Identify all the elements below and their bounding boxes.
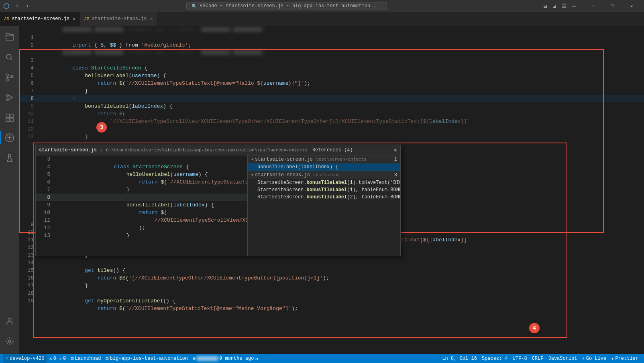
ref-highlight-steps-1: bonusTileLabel xyxy=(306,187,347,193)
ref-section-steps: ▾ startseite-steps.js test\steps 3 Start… xyxy=(248,171,400,201)
position-text: Ln 8, Col 16 xyxy=(442,356,477,361)
statusbar-encoding[interactable]: UTF-8 xyxy=(510,354,530,363)
statusbar-golive[interactable]: ⚡ Go Live xyxy=(580,354,609,363)
sidebar-item-run[interactable] xyxy=(0,88,19,107)
sidebar-item-source-control[interactable] xyxy=(0,68,19,87)
blame-text-2: ██████████ ██████████, 6 months ago | 1 … xyxy=(41,49,265,57)
line-number-18: 18 xyxy=(19,290,39,297)
tab-startseite-screen[interactable]: JS startseite-screen.js ✕ xyxy=(0,12,80,26)
statusbar: ⑂ develop-v420 ✕ 0 ⚠ 0 ⊞ Launchpad ⊡ big… xyxy=(0,354,644,363)
spaces-text: Spaces: 4 xyxy=(482,356,508,361)
code-line-11: 11 ); xyxy=(19,118,644,125)
ref-separator: | xyxy=(100,147,103,153)
tab-close-icon[interactable]: ✕ xyxy=(73,16,75,22)
vscode-logo-icon: ⬡ xyxy=(3,2,10,10)
search-box[interactable]: 🔍 VSCode ~ startseite-screen.js ~ big-ap… xyxy=(186,2,387,10)
ref-section-screen: ▾ startseite-screen.js test\screen-objec… xyxy=(248,155,400,171)
inner-line-content-12: } xyxy=(56,224,247,232)
line-content-6: } xyxy=(39,80,644,87)
chevron-down-icon: ▾ xyxy=(251,157,253,162)
statusbar-language[interactable]: JavaScript xyxy=(546,354,579,363)
ref-item-steps-0[interactable]: StartseiteScreen.bonusTileLabel(1).toHav… xyxy=(248,179,400,186)
tab-startseite-steps[interactable]: JS startseite-steps.js ✕ xyxy=(80,12,157,26)
inner-line-9: 9 return $( xyxy=(36,201,247,209)
line-content-5: return $(`//XCUIElementTypeStaticText[@n… xyxy=(39,72,644,80)
code-line-2: 2 xyxy=(19,41,644,49)
split-icon[interactable]: ⊡ xyxy=(551,2,557,10)
launchpad-icon: ⊞ xyxy=(71,356,73,362)
line-content-8: bonusTileLabel(labelIndex) { xyxy=(39,95,644,102)
ref-section-screen-header[interactable]: ▾ startseite-screen.js test\screen-objec… xyxy=(248,155,400,163)
sidebar-item-extensions[interactable] xyxy=(0,108,19,127)
close-button[interactable]: ✕ xyxy=(622,0,641,12)
inner-line-4: 4 helloUserLabel(username) { xyxy=(36,163,247,171)
line-number-10: 10 xyxy=(19,110,39,118)
line-content-2 xyxy=(39,41,644,49)
statusbar-project[interactable]: ⊡ big-app-ios-test-automation xyxy=(103,354,190,363)
line-content-17 xyxy=(39,282,644,290)
ref-file-name: startseite-screen.js xyxy=(39,147,97,153)
line-number-2: 2 xyxy=(19,41,39,49)
line-number-14: 14 xyxy=(19,259,39,267)
ref-title-suffix: References (4) xyxy=(312,147,353,153)
tab-js-icon-2: JS xyxy=(84,16,89,21)
git-branch-icon: ⑂ xyxy=(6,356,8,361)
code-line-7: 7 ⚡ xyxy=(19,87,644,95)
svg-point-11 xyxy=(8,340,11,343)
inner-line-10: 10 `//XCUIElementTypeScrollView/XCUIElem… xyxy=(36,209,247,216)
code-line-13: 13 xyxy=(19,133,644,141)
line-content-1: import { $, $$ } from '@wdio/globals'; xyxy=(39,34,644,41)
line-content-10: `//XCUIElementTypeScrollView/XCUIElement… xyxy=(39,110,644,118)
tab-close-icon-2[interactable]: ✕ xyxy=(150,16,153,22)
inner-line-content-11: ); xyxy=(56,216,247,224)
forward-button[interactable]: › xyxy=(23,2,32,10)
line-content-9: return $( xyxy=(39,102,644,110)
statusbar-position[interactable]: Ln 8, Col 16 xyxy=(440,354,479,363)
ref-item-steps-1[interactable]: StartseiteScreen.bonusTileLabel(1), tabl… xyxy=(248,186,400,194)
inner-line-num-13: 13 xyxy=(36,232,56,239)
warning-count: 0 xyxy=(63,356,66,361)
sidebar-item-settings[interactable] xyxy=(0,332,19,351)
code-line-1: 1 import { $, $$ } from '@wdio/globals'; xyxy=(19,34,644,41)
ref-item-screen-0[interactable]: bonusTileLabel(labelIndex) { xyxy=(248,163,400,171)
svg-rect-7 xyxy=(10,114,13,117)
sidebar-item-explorer[interactable] xyxy=(0,28,19,47)
sidebar-item-account[interactable] xyxy=(0,312,19,331)
launchpad-label: Launchpad xyxy=(75,356,101,361)
inner-line-13: 13 xyxy=(36,232,247,239)
statusbar-git-info[interactable]: ⊛ ████████ 9 months ago ↻ xyxy=(190,354,261,363)
ref-file-path: C:\Store\Repositories\GitLab\big-app-ios… xyxy=(106,148,308,153)
statusbar-line-ending[interactable]: CRLF xyxy=(530,354,546,363)
minimize-button[interactable]: ─ xyxy=(584,0,602,12)
ref-item-steps-2[interactable]: StartseiteScreen.bonusTileLabel(2), tabl… xyxy=(248,194,400,201)
more-icon[interactable]: ⋯ xyxy=(571,2,577,10)
line-content-14: get tiles() { xyxy=(39,259,644,267)
inner-line-11: 11 ); xyxy=(36,216,247,224)
line-number-8: 8 xyxy=(19,95,39,102)
statusbar-prettier[interactable]: ✦ Prettier xyxy=(609,354,641,363)
ref-close-button[interactable]: ✕ xyxy=(394,147,397,153)
statusbar-errors[interactable]: ✕ 0 ⚠ 0 xyxy=(47,354,68,363)
code-line-15: 15 return $$('(//XCUIElementTypeOther/XC… xyxy=(19,267,644,274)
editor-area[interactable]: ██████████ ██████████, 6 months ago | 1 … xyxy=(19,26,644,354)
svg-rect-9 xyxy=(10,118,13,121)
statusbar-spaces[interactable]: Spaces: 4 xyxy=(479,354,510,363)
statusbar-branch[interactable]: ⑂ develop-v420 xyxy=(3,354,47,363)
line-number-11: 11 xyxy=(19,118,39,125)
ref-section-steps-header[interactable]: ▾ startseite-steps.js test\steps 3 xyxy=(248,171,400,179)
sidebar-item-remote[interactable] xyxy=(0,128,19,147)
maximize-button[interactable]: □ xyxy=(603,0,622,12)
line-number-15: 15 xyxy=(19,267,39,274)
sidebar-item-testing[interactable] xyxy=(0,148,19,167)
svg-point-1 xyxy=(6,74,8,76)
back-button[interactable]: ‹ xyxy=(13,2,22,10)
layout-icon[interactable]: ⊟ xyxy=(542,2,548,10)
sidebar-item-search[interactable] xyxy=(0,48,19,67)
inner-line-content-5: return $(`//XCUIElementTypeStaticText[@n… xyxy=(56,171,248,178)
panel-icon[interactable]: ☰ xyxy=(560,2,569,10)
code-line-3: 3 class StartseiteScreen { xyxy=(19,57,644,64)
titlebar-actions: ⊟ ⊡ ☰ ⋯ xyxy=(542,2,577,10)
statusbar-launchpad[interactable]: ⊞ Launchpad xyxy=(68,354,103,363)
code-line-4: 4 helloUserLabel(username) { xyxy=(19,64,644,72)
line-content-15: return $$('(//XCUIElementTypeOther/XCUIE… xyxy=(39,267,644,274)
